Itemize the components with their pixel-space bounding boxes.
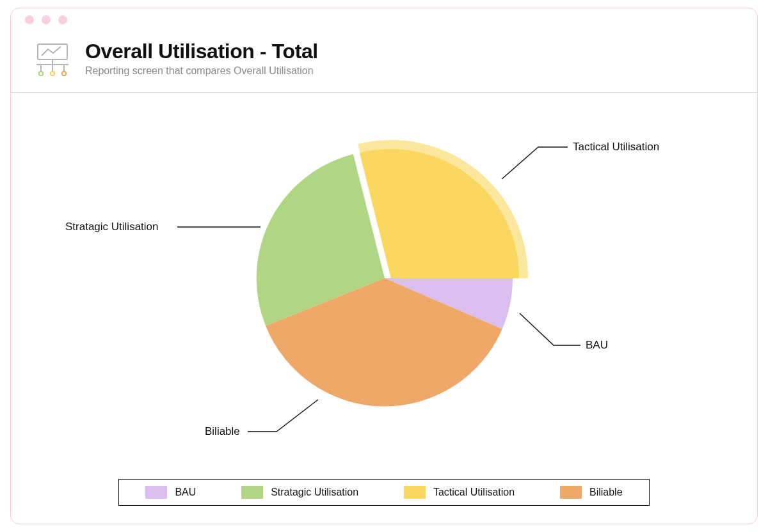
slice-tactical — [360, 149, 519, 278]
callout-tactical: Tactical Utilisation — [573, 141, 659, 153]
legend-item-biliable: Biliable — [560, 486, 623, 499]
legend-label: Tactical Utilisation — [433, 487, 515, 498]
legend: BAU Stratagic Utilisation Tactical Utili… — [118, 479, 650, 506]
legend-label: Biliable — [589, 487, 623, 498]
titlebar — [11, 8, 757, 31]
window-dot-close-icon[interactable] — [25, 15, 34, 24]
callout-biliable: Biliable — [205, 425, 240, 438]
presentation-chart-icon — [31, 43, 74, 76]
legend-swatch — [145, 486, 167, 499]
svg-point-6 — [51, 72, 54, 75]
legend-swatch — [241, 486, 263, 499]
legend-swatch — [560, 486, 582, 499]
legend-swatch — [404, 486, 426, 499]
callout-bau: BAU — [586, 339, 608, 352]
page-title: Overall Utilisation - Total — [85, 40, 318, 63]
page-subtitle: Reporting screen that compares Overall U… — [85, 65, 318, 77]
callout-stratagic: Stratagic Utilisation — [65, 221, 159, 233]
pie-chart: Tactical Utilisation BAU Biliable Strata… — [11, 93, 757, 451]
legend-item-stratagic: Stratagic Utilisation — [241, 486, 358, 499]
window-dot-minimize-icon[interactable] — [42, 15, 51, 24]
svg-point-4 — [39, 72, 43, 75]
window-dot-zoom-icon[interactable] — [58, 15, 67, 24]
legend-label: Stratagic Utilisation — [271, 487, 358, 498]
legend-item-bau: BAU — [145, 486, 196, 499]
header-text: Overall Utilisation - Total Reporting sc… — [85, 40, 318, 77]
app-window: Overall Utilisation - Total Reporting sc… — [10, 8, 758, 524]
legend-item-tactical: Tactical Utilisation — [404, 486, 515, 499]
legend-label: BAU — [175, 487, 196, 498]
page-header: Overall Utilisation - Total Reporting sc… — [11, 31, 757, 92]
svg-point-8 — [62, 72, 66, 75]
svg-rect-0 — [38, 44, 67, 59]
